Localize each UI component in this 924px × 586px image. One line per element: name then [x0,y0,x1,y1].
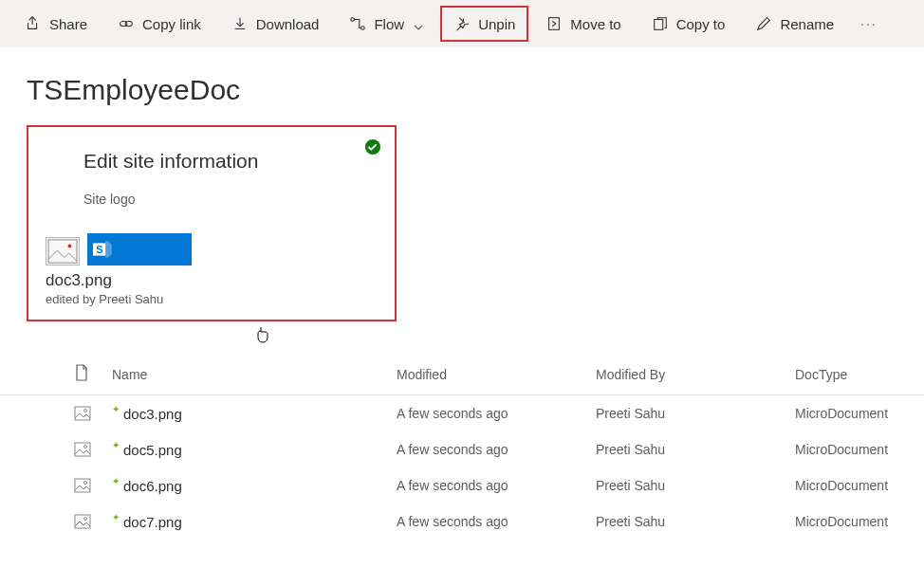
svg-rect-15 [75,479,90,492]
file-name: doc5.png [123,442,182,458]
card-filename: doc3.png [46,271,378,290]
card-meta: edited by Preeti Sahu [46,292,378,306]
share-icon [25,15,42,32]
unpin-label: Unpin [478,16,515,32]
rename-label: Rename [780,16,834,32]
list-row[interactable]: ✦doc5.png A few seconds ago Preeti Sahu … [0,431,924,467]
svg-rect-5 [654,20,662,30]
rename-button[interactable]: Rename [742,6,847,42]
list-row[interactable]: ✦doc7.png A few seconds ago Preeti Sahu … [0,504,924,540]
unpin-icon [453,15,471,32]
link-icon [118,15,135,32]
copylink-label: Copy link [142,16,201,32]
card-title: Edit site information [83,150,378,173]
modifiedby-header[interactable]: Modified By [596,367,795,382]
thumbnail: S [46,233,378,266]
download-label: Download [256,16,320,32]
file-name: doc6.png [123,478,182,494]
more-button[interactable]: ··· [851,9,887,39]
flow-button[interactable]: Flow [336,6,436,42]
unpin-button[interactable]: Unpin [440,6,528,42]
image-file-icon [74,441,91,458]
modifiedby-cell: Preeti Sahu [596,514,795,529]
svg-rect-13 [75,443,90,456]
svg-point-8 [68,245,72,248]
image-file-icon [74,405,91,422]
new-indicator-icon: ✦ [112,476,120,486]
svg-rect-11 [75,407,90,420]
svg-rect-4 [549,18,560,30]
svg-text:S: S [96,244,102,255]
list-row[interactable]: ✦doc6.png A few seconds ago Preeti Sahu … [0,467,924,504]
moveto-icon [545,15,563,32]
svg-point-1 [125,21,132,26]
svg-point-3 [361,27,365,30]
svg-point-12 [84,410,87,412]
pinned-card[interactable]: Edit site information Site logo S doc3.p… [27,125,397,321]
modifiedby-cell: Preeti Sahu [596,442,795,457]
toolbar: Share Copy link Download Flow Unpin Move… [0,0,924,47]
flow-icon [349,15,366,32]
pencil-icon [755,15,772,32]
file-list: Name Modified Modified By DocType ✦doc3.… [0,354,924,540]
doctype-header[interactable]: DocType [795,367,924,382]
modified-cell: A few seconds ago [397,514,596,529]
flow-label: Flow [374,16,404,32]
file-type-header-icon[interactable] [74,363,112,385]
moveto-label: Move to [570,16,620,32]
modifiedby-cell: Preeti Sahu [596,478,795,493]
svg-point-14 [84,446,87,449]
new-indicator-icon: ✦ [112,440,120,450]
sharepoint-logo: S [87,233,192,266]
list-row[interactable]: ✦doc3.png A few seconds ago Preeti Sahu … [0,395,924,431]
copylink-button[interactable]: Copy link [104,6,214,42]
cursor-icon [256,326,269,343]
svg-point-16 [84,482,87,485]
modified-cell: A few seconds ago [397,406,596,421]
image-file-icon [74,513,91,530]
svg-point-2 [351,18,355,22]
doctype-cell: MicroDocument [795,478,924,493]
new-indicator-icon: ✦ [112,512,120,522]
chevron-down-icon [414,19,423,28]
image-file-icon [74,477,91,494]
page-title: TSEmployeeDoc [27,74,924,106]
download-icon [231,15,249,32]
check-icon [364,138,381,156]
new-indicator-icon: ✦ [112,404,120,414]
modifiedby-cell: Preeti Sahu [596,406,795,421]
copyto-icon [652,15,669,32]
file-name: doc7.png [123,514,182,530]
copyto-label: Copy to [676,16,726,32]
download-button[interactable]: Download [218,6,333,42]
doctype-cell: MicroDocument [795,514,924,529]
doctype-cell: MicroDocument [795,442,924,457]
share-label: Share [49,16,87,32]
doctype-cell: MicroDocument [795,406,924,421]
modified-cell: A few seconds ago [397,442,596,457]
svg-rect-17 [75,515,90,528]
file-name: doc3.png [123,406,182,422]
card-subtitle: Site logo [83,192,378,207]
modified-header[interactable]: Modified [397,367,596,382]
svg-point-18 [84,518,87,521]
name-header[interactable]: Name [112,367,397,382]
modified-cell: A few seconds ago [397,478,596,493]
copyto-button[interactable]: Copy to [638,6,739,42]
share-button[interactable]: Share [11,6,101,42]
list-header: Name Modified Modified By DocType [0,354,924,395]
moveto-button[interactable]: Move to [532,6,634,42]
image-placeholder-icon [46,237,80,266]
svg-rect-7 [48,240,77,263]
